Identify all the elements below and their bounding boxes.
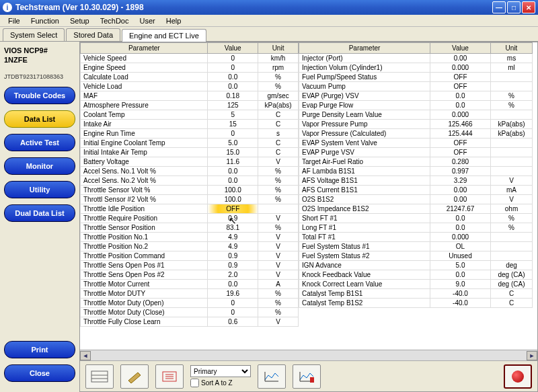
- table-row[interactable]: Accel Sens. No.1 Volt %0.0%: [81, 167, 299, 176]
- table-row[interactable]: Fuel System Status #1OL: [299, 242, 533, 251]
- table-row[interactable]: AFS Current B1S10.00mA: [299, 186, 533, 195]
- table-row[interactable]: Intake Air15C: [81, 120, 299, 129]
- sidebar-utility-button[interactable]: Utility: [4, 181, 75, 198]
- table-row[interactable]: Injection Volum (Cylinder1)0.000ml: [299, 63, 533, 73]
- col-value[interactable]: Value: [208, 43, 258, 54]
- col-parameter[interactable]: Parameter: [81, 43, 208, 54]
- col-unit[interactable]: Unit: [258, 43, 299, 54]
- table-row[interactable]: Throttle Sensor Volt %100.0%: [81, 186, 299, 195]
- table-row[interactable]: AFS Voltage B1S13.29V: [299, 176, 533, 186]
- menu-help[interactable]: Help: [161, 15, 187, 26]
- table-row[interactable]: Target Air-Fuel Ratio0.280: [299, 157, 533, 167]
- sidebar-data-list-button[interactable]: Data List: [4, 110, 75, 128]
- col-unit[interactable]: Unit: [491, 43, 533, 54]
- table-row[interactable]: Long FT #10.0%: [299, 223, 533, 233]
- minimize-button[interactable]: —: [492, 1, 506, 13]
- menu-user[interactable]: User: [134, 15, 160, 26]
- table-row[interactable]: Throttle Idle PositionOFF: [81, 204, 299, 214]
- menu-function[interactable]: Function: [26, 15, 65, 26]
- table-row[interactable]: Catalyst Temp B1S2-40.0C: [299, 299, 533, 308]
- table-row[interactable]: Coolant Temp5C: [81, 110, 299, 120]
- table-row[interactable]: EVAP (Purge) VSV0.0%: [299, 91, 533, 101]
- table-row[interactable]: Total FT #10.000: [299, 233, 533, 242]
- param-cell: Calculate Load: [81, 73, 208, 82]
- table-row[interactable]: Accel Sens. No.2 Volt %0.0%: [81, 176, 299, 186]
- table-row[interactable]: Injector (Port)0.00ms: [299, 54, 533, 63]
- menu-setup[interactable]: Setup: [65, 15, 95, 26]
- table-row[interactable]: Throttl Sensor #2 Volt %100.0%: [81, 195, 299, 204]
- table-row[interactable]: Throttle Motor Duty (Open)0%: [81, 299, 299, 308]
- maximize-button[interactable]: □: [507, 1, 521, 13]
- table-row[interactable]: Fuel Pump/Speed StatusOFF: [299, 73, 533, 82]
- tab-stored-data[interactable]: Stored Data: [66, 28, 120, 41]
- svg-rect-0: [91, 371, 108, 382]
- table-row[interactable]: Throttle Sens Open Pos #22.0V: [81, 270, 299, 280]
- sidebar-active-test-button[interactable]: Active Test: [4, 134, 75, 151]
- table-row[interactable]: MAF0.18gm/sec: [81, 91, 299, 101]
- table-row[interactable]: Short FT #10.0%: [299, 214, 533, 223]
- table-row[interactable]: Calculate Load0.0%: [81, 73, 299, 82]
- table-row[interactable]: Throttle Motor Current0.0A: [81, 280, 299, 289]
- sidebar-monitor-button[interactable]: Monitor: [4, 157, 75, 175]
- sort-checkbox-label[interactable]: Sort A to Z: [190, 379, 251, 387]
- table-row[interactable]: Evap Purge Flow0.0%: [299, 101, 533, 110]
- table-row[interactable]: Engine Run Time0s: [81, 129, 299, 139]
- toolbar-graph2-button[interactable]: [293, 364, 321, 389]
- unit-cell: ohm: [491, 204, 533, 214]
- table-row[interactable]: Throttle Require Position0.9V: [81, 214, 299, 223]
- table-row[interactable]: O2S Impedance B1S221247.67ohm: [299, 204, 533, 214]
- toolbar-select-button[interactable]: [155, 364, 184, 389]
- table-row[interactable]: Throttle Sensor Position83.1%: [81, 223, 299, 233]
- tab-engine-and-ect-live[interactable]: Engine and ECT Live: [122, 29, 206, 42]
- table-row[interactable]: Vacuum PumpOFF: [299, 82, 533, 91]
- table-row[interactable]: Fuel System Status #2Unused: [299, 251, 533, 261]
- table-row[interactable]: Initial Intake Air Temp15.0C: [81, 148, 299, 157]
- display-mode-select[interactable]: Primary: [190, 365, 251, 377]
- table-row[interactable]: Vehicle Load0.0%: [81, 82, 299, 91]
- param-cell: Knock Feedback Value: [299, 270, 430, 280]
- scroll-left-icon[interactable]: ◄: [80, 351, 91, 360]
- table-row[interactable]: Throttle Motor DUTY19.6%: [81, 289, 299, 299]
- menubar: FileFunctionSetupTechDocUserHelp: [0, 15, 538, 27]
- toolbar-edit-button[interactable]: [120, 364, 149, 389]
- table-row[interactable]: Throttle Motor Duty (Close)0%: [81, 308, 299, 317]
- table-row[interactable]: Knock Correct Learn Value9.0deg (CA): [299, 280, 533, 289]
- sidebar-dual-data-list-button[interactable]: Dual Data List: [4, 204, 75, 222]
- table-row[interactable]: Engine Speed0rpm: [81, 63, 299, 73]
- sidebar-trouble-codes-button[interactable]: Trouble Codes: [4, 87, 75, 104]
- scroll-right-icon[interactable]: ►: [527, 351, 537, 360]
- table-row[interactable]: Vehicle Speed0km/h: [81, 54, 299, 63]
- toolbar-view1-button[interactable]: [85, 364, 114, 389]
- table-row[interactable]: Throttle Sens Open Pos #10.9V: [81, 261, 299, 270]
- sort-checkbox[interactable]: [190, 379, 199, 387]
- print-button[interactable]: Print: [4, 341, 75, 358]
- table-row[interactable]: EVAP Purge VSVOFF: [299, 148, 533, 157]
- table-row[interactable]: IGN Advance5.0deg: [299, 261, 533, 270]
- close-window-button[interactable]: ✕: [522, 1, 535, 13]
- table-row[interactable]: Vapor Pressure Pump125.466kPa(abs): [299, 120, 533, 129]
- record-button[interactable]: [504, 364, 532, 389]
- param-cell: Throttle Motor Current: [81, 280, 208, 289]
- table-row[interactable]: O2S B1S20.00V: [299, 195, 533, 204]
- horizontal-scrollbar[interactable]: ◄ ►: [80, 350, 537, 360]
- menu-techdoc[interactable]: TechDoc: [95, 15, 134, 26]
- menu-file[interactable]: File: [3, 15, 26, 26]
- toolbar-graph1-button[interactable]: [258, 364, 286, 389]
- table-row[interactable]: Initial Engine Coolant Temp5.0C: [81, 139, 299, 148]
- table-row[interactable]: Battery Voltage11.6V: [81, 157, 299, 167]
- table-row[interactable]: Throttle Position No.14.9V: [81, 233, 299, 242]
- table-row[interactable]: Purge Density Learn Value0.000: [299, 110, 533, 120]
- table-row[interactable]: Knock Feedback Value0.0deg (CA): [299, 270, 533, 280]
- table-row[interactable]: EVAP System Vent ValveOFF: [299, 139, 533, 148]
- col-parameter[interactable]: Parameter: [299, 43, 430, 54]
- table-row[interactable]: Throttle Position No.24.9V: [81, 242, 299, 251]
- col-value[interactable]: Value: [430, 43, 491, 54]
- table-row[interactable]: AF Lambda B1S10.997: [299, 167, 533, 176]
- close-button[interactable]: Close: [4, 364, 75, 382]
- table-row[interactable]: Vapor Pressure (Calculated)125.444kPa(ab…: [299, 129, 533, 139]
- table-row[interactable]: Throttle Fully Close Learn0.6V: [81, 317, 299, 327]
- table-row[interactable]: Atmosphere Pressure125kPa(abs): [81, 101, 299, 110]
- tab-system-select[interactable]: System Select: [3, 28, 65, 41]
- table-row[interactable]: Throttle Position Command0.9V: [81, 251, 299, 261]
- table-row[interactable]: Catalyst Temp B1S1-40.0C: [299, 289, 533, 299]
